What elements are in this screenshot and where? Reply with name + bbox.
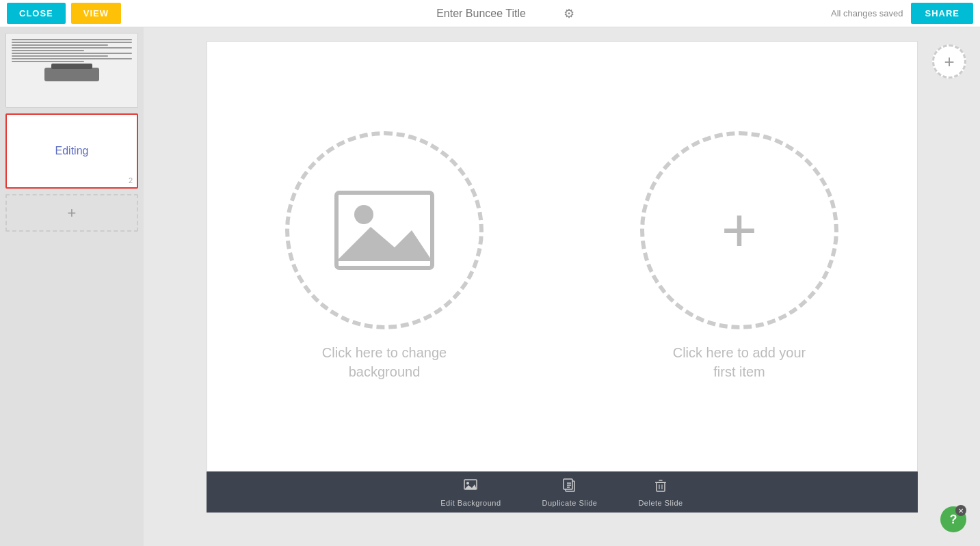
change-background-area[interactable]: Click here to change background xyxy=(285,131,484,381)
thumb-line xyxy=(12,58,132,59)
plus-icon: + xyxy=(721,200,758,261)
svg-point-1 xyxy=(354,205,373,224)
header: CLOSE VIEW ⚙ All changes saved SHARE xyxy=(0,0,980,27)
gear-icon[interactable]: ⚙ xyxy=(564,6,574,21)
svg-point-4 xyxy=(466,482,469,484)
duplicate-slide-button[interactable]: Duplicate Slide xyxy=(542,478,598,507)
svg-rect-11 xyxy=(657,482,665,491)
slide-thumbnail-1[interactable] xyxy=(5,33,138,108)
add-slide-button[interactable]: + xyxy=(5,194,138,232)
background-circle xyxy=(285,131,484,329)
delete-slide-button[interactable]: Delete Slide xyxy=(638,478,683,507)
slide-number-2: 2 xyxy=(129,176,133,185)
thumb-line xyxy=(12,50,84,51)
thumb-line xyxy=(12,44,108,46)
edit-background-button[interactable]: Edit Background xyxy=(440,478,501,507)
title-input[interactable] xyxy=(406,8,557,20)
view-button[interactable]: VIEW xyxy=(71,3,121,24)
thumb-line xyxy=(12,55,108,57)
thumb-line xyxy=(12,42,132,43)
main-layout: Editing 2 + + Click here to change xyxy=(0,27,980,546)
sidebar: Editing 2 + xyxy=(0,27,144,546)
delete-slide-label: Delete Slide xyxy=(638,499,683,507)
typewriter-machine xyxy=(44,68,99,81)
thumb-line xyxy=(12,61,84,62)
close-button[interactable]: CLOSE xyxy=(7,3,66,24)
change-background-label: Click here to change background xyxy=(309,343,460,381)
bottom-toolbar: Edit Background Duplicate Slide xyxy=(207,472,918,513)
svg-marker-5 xyxy=(464,484,477,489)
duplicate-slide-label: Duplicate Slide xyxy=(542,499,598,507)
thumb-line xyxy=(12,39,132,40)
canvas-area: + Click here to change background + xyxy=(144,27,980,546)
svg-marker-2 xyxy=(336,227,432,261)
delete-slide-icon xyxy=(653,478,668,496)
image-placeholder-icon xyxy=(330,186,439,275)
add-item-label: Click here to add your first item xyxy=(664,343,815,381)
duplicate-slide-icon xyxy=(562,478,577,496)
thumb-line xyxy=(12,53,132,54)
save-status: All changes saved xyxy=(831,8,903,18)
add-new-button[interactable]: + xyxy=(932,44,966,79)
slide1-content xyxy=(6,33,137,107)
header-left: CLOSE VIEW xyxy=(7,3,121,24)
header-center: ⚙ xyxy=(406,6,574,21)
slide-canvas[interactable]: Click here to change background + Click … xyxy=(207,41,918,472)
add-item-area[interactable]: + Click here to add your first item xyxy=(640,131,838,381)
edit-background-label: Edit Background xyxy=(440,499,501,507)
share-button[interactable]: SHARE xyxy=(911,3,973,24)
editing-label: Editing xyxy=(55,145,89,157)
add-item-circle: + xyxy=(640,131,838,329)
header-right: All changes saved SHARE xyxy=(831,3,973,24)
slide-thumbnail-2[interactable]: Editing 2 xyxy=(5,113,138,189)
help-close-button[interactable]: ✕ xyxy=(955,505,966,516)
edit-background-icon xyxy=(463,478,478,496)
thumb-line xyxy=(12,47,132,49)
